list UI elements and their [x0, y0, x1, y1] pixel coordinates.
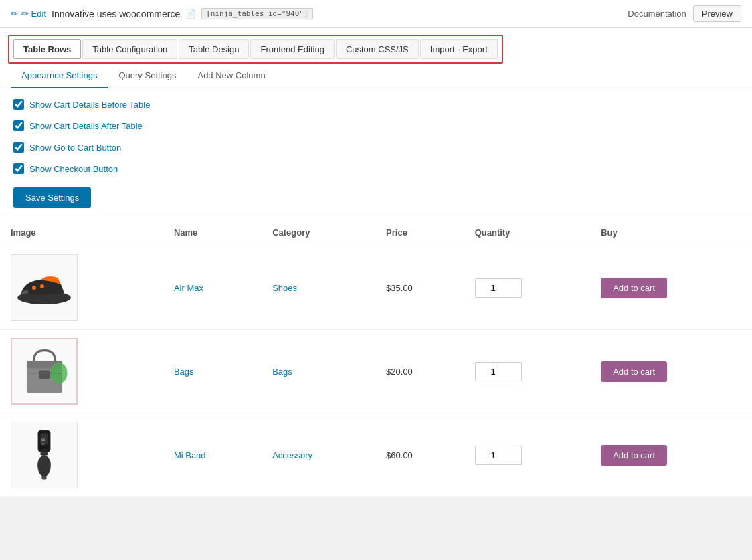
preview-button[interactable]: Preview — [693, 5, 741, 22]
table-row: 08 25 Mi Band Accessory — [0, 413, 752, 497]
svg-point-1 — [32, 286, 36, 290]
edit-label: ✏ Edit — [21, 9, 46, 19]
sub-tabs-bar: Appearnce Settings Query Settings Add Ne… — [0, 64, 752, 88]
cell-qty-2 — [464, 330, 590, 413]
cell-price-2: $20.00 — [375, 330, 464, 413]
show-go-to-cart-checkbox[interactable] — [13, 142, 24, 153]
product-image-3: 08 25 — [11, 422, 78, 488]
cell-buy-2: Add to cart — [590, 330, 752, 413]
cell-name-3: Mi Band — [163, 413, 262, 497]
add-to-cart-button-1[interactable]: Add to cart — [601, 278, 667, 298]
product-link-1[interactable]: Air Max — [174, 283, 203, 293]
product-image-1 — [11, 254, 78, 321]
shortcode-badge: [ninja_tables id="940"] — [201, 8, 312, 19]
svg-rect-14 — [41, 476, 47, 479]
cell-buy-3: Add to cart — [590, 413, 752, 497]
col-header-name: Name — [163, 219, 262, 246]
cell-qty-1 — [464, 246, 590, 330]
checkbox-row-before: Show Cart Details Before Table — [13, 99, 739, 110]
show-cart-before-label[interactable]: Show Cart Details Before Table — [29, 100, 150, 110]
show-go-to-cart-label[interactable]: Show Go to Cart Button — [29, 143, 121, 153]
sub-tab-appearance[interactable]: Appearnce Settings — [11, 64, 108, 88]
top-bar: ✏ ✏ Edit Innovative uses woocommerce 📄 [… — [0, 0, 752, 28]
product-image-2 — [11, 338, 78, 405]
col-header-buy: Buy — [590, 219, 752, 246]
table-row: Air Max Shoes $35.00 Add to cart — [0, 246, 752, 330]
cell-name-2: Bags — [163, 330, 262, 413]
document-icon: 📄 — [185, 9, 196, 19]
svg-text:08: 08 — [41, 438, 45, 441]
product-link-3[interactable]: Mi Band — [174, 450, 206, 460]
svg-rect-5 — [39, 370, 50, 379]
product-table-container: Image Name Category Price Quantity Buy — [0, 219, 752, 496]
pencil-icon: ✏ — [11, 9, 18, 19]
cell-category-1: Shoes — [262, 246, 375, 330]
category-link-3[interactable]: Accessory — [272, 450, 312, 460]
svg-rect-13 — [40, 452, 48, 455]
cell-category-3: Accessory — [262, 413, 375, 497]
main-tab-table-design[interactable]: Table Design — [179, 39, 249, 59]
cell-qty-3 — [464, 413, 590, 497]
cell-image-3: 08 25 — [0, 413, 163, 497]
documentation-link[interactable]: Documentation — [628, 9, 686, 19]
table-row: Bags Bags $20.00 Add to cart — [0, 330, 752, 413]
main-tab-custom-css-js[interactable]: Custom CSS/JS — [336, 39, 419, 59]
svg-point-2 — [40, 284, 44, 288]
cell-category-2: Bags — [262, 330, 375, 413]
col-header-quantity: Quantity — [464, 219, 590, 246]
top-bar-left: ✏ ✏ Edit Innovative uses woocommerce 📄 [… — [11, 8, 313, 19]
cell-image-1 — [0, 246, 163, 330]
show-cart-after-label[interactable]: Show Cart Details After Table — [29, 121, 143, 131]
quantity-input-1[interactable] — [475, 278, 522, 298]
svg-text:25: 25 — [41, 443, 45, 446]
save-settings-button[interactable]: Save Settings — [13, 187, 91, 208]
cell-name-1: Air Max — [163, 246, 262, 330]
category-link-1[interactable]: Shoes — [272, 283, 297, 293]
main-tab-table-rows[interactable]: Table Rows — [13, 39, 81, 59]
quantity-input-2[interactable] — [475, 362, 522, 381]
add-to-cart-button-3[interactable]: Add to cart — [601, 445, 667, 466]
show-cart-before-checkbox[interactable] — [13, 99, 24, 110]
quantity-input-3[interactable] — [475, 446, 522, 465]
cell-image-2 — [0, 330, 163, 413]
page-title: Innovative uses woocommerce — [52, 9, 180, 19]
category-link-2[interactable]: Bags — [272, 367, 292, 377]
table-header-row: Image Name Category Price Quantity Buy — [0, 219, 752, 246]
product-table: Image Name Category Price Quantity Buy — [0, 219, 752, 496]
cell-price-3: $60.00 — [375, 413, 464, 497]
band-icon: 08 25 — [21, 427, 68, 484]
show-checkout-label[interactable]: Show Checkout Button — [29, 164, 118, 174]
main-tab-table-configuration[interactable]: Table Configuration — [82, 39, 177, 59]
cell-price-1: $35.00 — [375, 246, 464, 330]
col-header-price: Price — [375, 219, 464, 246]
top-bar-right: Documentation Preview — [628, 5, 741, 22]
main-tab-import-export[interactable]: Import - Export — [420, 39, 498, 59]
checkbox-row-checkout: Show Checkout Button — [13, 163, 739, 174]
main-tabs-wrapper: Table Rows Table Configuration Table Des… — [0, 28, 752, 64]
bag-icon — [16, 343, 73, 400]
checkbox-row-go-to-cart: Show Go to Cart Button — [13, 142, 739, 153]
col-header-category: Category — [262, 219, 375, 246]
main-tabs-outlined: Table Rows Table Configuration Table Des… — [8, 35, 503, 64]
settings-area: Show Cart Details Before Table Show Cart… — [0, 88, 752, 219]
show-cart-after-checkbox[interactable] — [13, 120, 24, 131]
show-checkout-checkbox[interactable] — [13, 163, 24, 174]
add-to-cart-button-2[interactable]: Add to cart — [601, 361, 667, 382]
product-link-2[interactable]: Bags — [174, 367, 194, 377]
cell-buy-1: Add to cart — [590, 246, 752, 330]
sub-tab-add-column[interactable]: Add New Column — [187, 64, 276, 88]
checkbox-row-after: Show Cart Details After Table — [13, 120, 739, 131]
col-header-image: Image — [0, 219, 163, 246]
content-area: Appearnce Settings Query Settings Add Ne… — [0, 64, 752, 496]
sub-tab-query[interactable]: Query Settings — [108, 64, 187, 88]
edit-link[interactable]: ✏ ✏ Edit — [11, 9, 46, 19]
shoe-icon — [14, 264, 74, 311]
main-tab-frontend-editing[interactable]: Frontend Editing — [250, 39, 334, 59]
